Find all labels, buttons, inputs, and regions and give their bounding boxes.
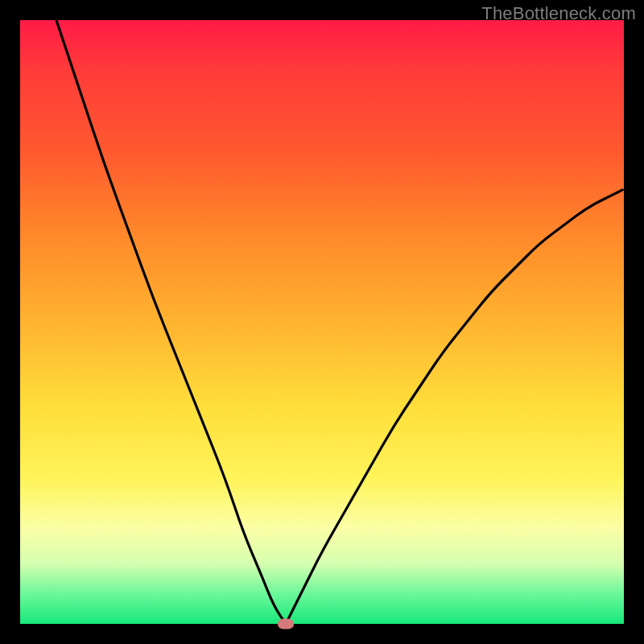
- chart-stage: TheBottleneck.com: [0, 0, 644, 644]
- plot-area: [20, 20, 624, 624]
- bottleneck-curve: [20, 20, 624, 624]
- curve-path: [56, 20, 624, 624]
- minimum-marker: [278, 619, 294, 630]
